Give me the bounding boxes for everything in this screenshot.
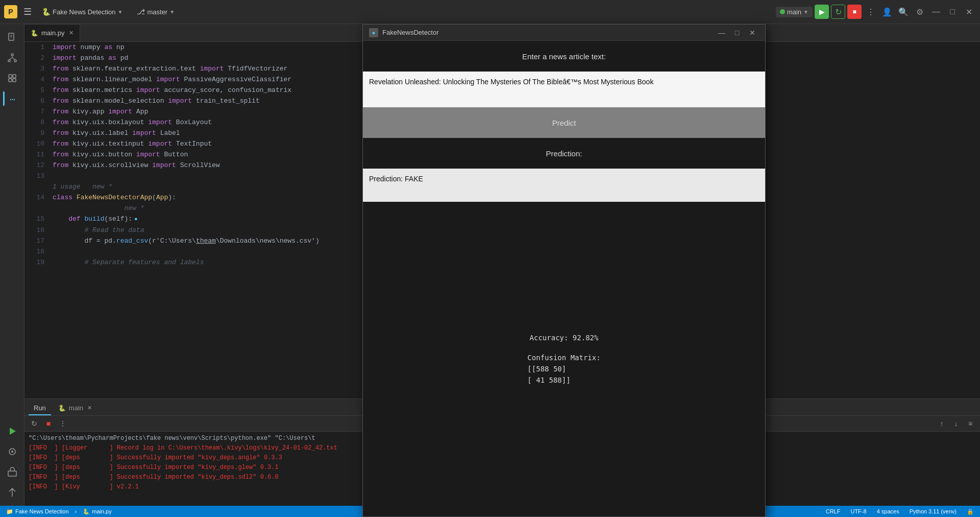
window-close-button[interactable]: ✕ xyxy=(746,27,759,38)
status-project[interactable]: 📁 Fake News Detection xyxy=(4,508,71,515)
status-breadcrumb-sep: › xyxy=(75,508,77,514)
scroll-down-button[interactable]: ↓ xyxy=(950,418,962,429)
main-tab-label: main xyxy=(69,404,83,412)
enter-label: Enter a news article text: xyxy=(522,52,606,61)
settings-icon[interactable]: ⚙ xyxy=(913,5,927,19)
svg-point-15 xyxy=(11,451,13,453)
prediction-label-section: Prediction: xyxy=(363,138,765,169)
maximize-button[interactable]: □ xyxy=(945,5,960,19)
enter-label-section: Enter a news article text: xyxy=(363,41,765,72)
svg-rect-9 xyxy=(9,75,12,78)
top-bar: P ☰ 🐍 Fake News Detection ▼ ⎇ master ▼ m… xyxy=(0,0,980,24)
svg-rect-11 xyxy=(9,79,12,82)
left-sidebar: ··· xyxy=(0,24,24,506)
confusion-matrix-row2: [ 41 588]] xyxy=(527,374,600,386)
bottom-more-button[interactable]: ⋮ xyxy=(57,418,68,429)
svg-rect-16 xyxy=(8,471,16,476)
status-python-value: Python 3.11 (venv) xyxy=(910,508,957,514)
status-file-name: main.py xyxy=(92,508,112,514)
confusion-matrix-row1: [[588 50] xyxy=(527,363,600,374)
floating-window: ● FakeNewsDetector — □ ✕ Enter a news ar… xyxy=(362,24,766,517)
lock-icon: 🔒 xyxy=(967,508,974,515)
sidebar-item-packages[interactable] xyxy=(3,463,21,481)
project-name: Fake News Detection xyxy=(53,8,116,16)
branch-dropdown-icon: ▼ xyxy=(169,9,175,15)
predict-section: Predict xyxy=(363,107,765,138)
run-button[interactable]: ▶ xyxy=(815,5,829,19)
app-content: Enter a news article text: Revelation Un… xyxy=(363,41,765,516)
branch-name: master xyxy=(147,8,167,16)
sidebar-item-git-bottom[interactable] xyxy=(3,483,21,502)
status-file[interactable]: 🐍 main.py xyxy=(81,508,114,515)
article-input-text: Revelation Unleashed: Unlocking The Myst… xyxy=(369,78,653,86)
branch-selector[interactable]: ⎇ master ▼ xyxy=(133,6,179,18)
sidebar-item-debug[interactable] xyxy=(3,442,21,461)
status-indent-value: 4 spaces xyxy=(877,508,899,514)
window-minimize-button[interactable]: — xyxy=(715,27,728,38)
hamburger-menu[interactable]: ☰ xyxy=(21,4,34,19)
run-tab-label: Run xyxy=(34,404,46,412)
svg-line-7 xyxy=(9,58,12,60)
run-tab[interactable]: Run xyxy=(29,402,51,415)
file-tab-name: main.py xyxy=(41,29,65,37)
confusion-matrix-section: Confusion Matrix: [[588 50] [ 41 588]] xyxy=(527,352,600,386)
status-bar-right: CRLF UTF-8 4 spaces Python 3.11 (venv) 🔒 xyxy=(824,508,976,515)
status-project-name: Fake News Detection xyxy=(15,508,69,514)
user-icon[interactable]: 👤 xyxy=(880,5,894,19)
more-options-button[interactable]: ⋮ xyxy=(864,5,878,19)
svg-line-8 xyxy=(12,58,15,60)
status-line-ending[interactable]: CRLF xyxy=(824,508,843,514)
branch-icon: ⎇ xyxy=(137,8,145,16)
window-maximize-button[interactable]: □ xyxy=(730,27,744,38)
run-status-dot xyxy=(780,9,785,14)
window-titlebar: ● FakeNewsDetector — □ ✕ xyxy=(363,25,765,41)
scroll-up-button[interactable]: ↑ xyxy=(936,418,947,429)
sidebar-item-files[interactable] xyxy=(3,28,21,46)
article-input-area[interactable]: Revelation Unleashed: Unlocking The Myst… xyxy=(363,72,765,107)
python-file-icon: 🐍 xyxy=(31,30,38,37)
project-selector[interactable]: 🐍 Fake News Detection ▼ xyxy=(38,6,127,18)
accuracy-text: Accuracy: 92.82% xyxy=(530,332,599,343)
sidebar-item-more[interactable]: ··· xyxy=(3,89,21,108)
main-tab[interactable]: 🐍 main ✕ xyxy=(53,402,97,415)
svg-point-4 xyxy=(8,60,10,62)
minimize-button[interactable]: — xyxy=(929,5,943,19)
sidebar-item-plugins[interactable] xyxy=(3,69,21,87)
run-config-name: main xyxy=(787,8,801,16)
status-python-icon: 🐍 xyxy=(83,508,90,515)
status-project-icon: 📁 xyxy=(6,508,13,515)
update-button[interactable]: ↻ xyxy=(831,5,845,19)
run-config-dropdown: ▼ xyxy=(803,9,808,15)
status-bar-left: 📁 Fake News Detection › 🐍 main.py xyxy=(4,508,114,515)
top-bar-right: main ▼ ▶ ↻ ■ ⋮ 👤 🔍 ⚙ — □ ✕ xyxy=(776,5,976,19)
prediction-result-text: Prediction: FAKE xyxy=(369,175,423,183)
search-icon[interactable]: 🔍 xyxy=(896,5,911,19)
restart-button[interactable]: ↻ xyxy=(29,418,40,429)
close-app-button[interactable]: ✕ xyxy=(962,5,976,19)
sidebar-item-git[interactable] xyxy=(3,49,21,67)
file-tab-main-py[interactable]: 🐍 main.py ✕ xyxy=(24,24,80,41)
prediction-label: Prediction: xyxy=(546,149,582,158)
project-dropdown-icon: ▼ xyxy=(118,9,123,15)
wrap-button[interactable]: ≡ xyxy=(965,418,976,429)
run-config-selector[interactable]: main ▼ xyxy=(776,7,813,17)
status-indent[interactable]: 4 spaces xyxy=(875,508,901,514)
stop-run-button[interactable]: ■ xyxy=(43,418,54,429)
stats-section: Accuracy: 92.82% Confusion Matrix: [[588… xyxy=(363,202,765,516)
status-python[interactable]: Python 3.11 (venv) xyxy=(908,508,959,514)
window-app-icon: ● xyxy=(369,28,378,37)
predict-button[interactable]: Predict xyxy=(371,119,757,127)
status-line-ending-value: CRLF xyxy=(826,508,841,514)
main-tab-close[interactable]: ✕ xyxy=(87,405,92,411)
svg-rect-10 xyxy=(13,75,16,78)
svg-point-5 xyxy=(14,60,16,62)
window-title: FakeNewsDetector xyxy=(382,29,715,36)
svg-point-3 xyxy=(11,54,13,56)
status-encoding[interactable]: UTF-8 xyxy=(848,508,868,514)
status-lock[interactable]: 🔒 xyxy=(965,508,976,515)
sidebar-item-run[interactable] xyxy=(3,422,21,440)
stop-button[interactable]: ■ xyxy=(847,5,862,19)
svg-rect-12 xyxy=(13,79,16,82)
file-tab-close[interactable]: ✕ xyxy=(69,30,74,36)
svg-marker-13 xyxy=(10,428,16,435)
